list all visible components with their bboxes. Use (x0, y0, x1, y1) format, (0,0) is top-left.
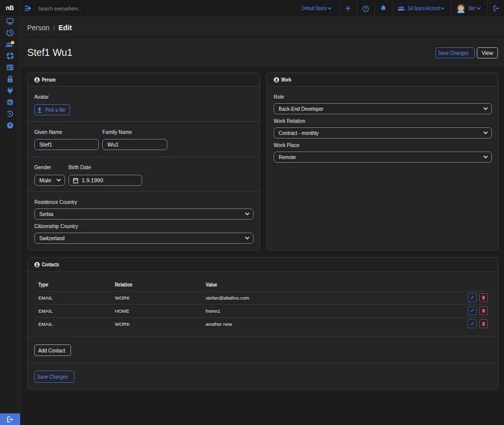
svg-text:?: ? (364, 6, 367, 11)
svg-text:B: B (9, 100, 12, 105)
svg-text:?: ? (9, 122, 12, 128)
